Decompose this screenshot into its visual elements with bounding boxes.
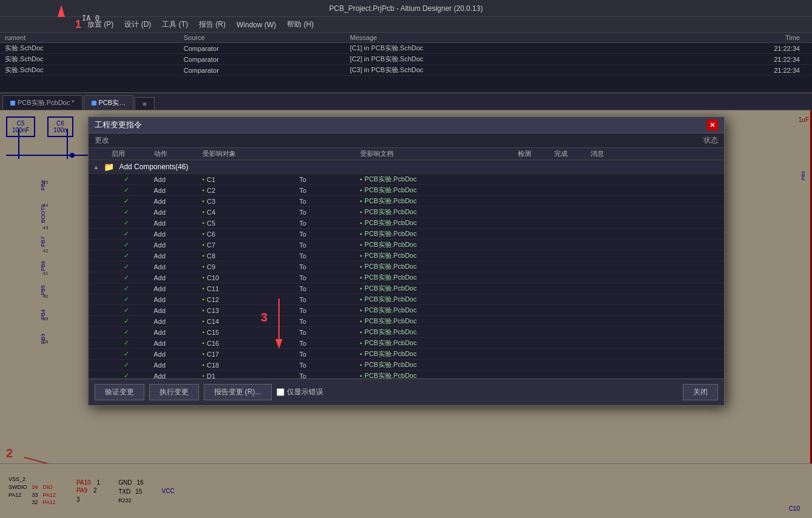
row-checkbox[interactable]: ✓ [112, 263, 142, 271]
data-row: ✓ Add ▪C13 To ▪PCB实验.PcbDoc [89, 305, 724, 316]
only-errors-text: 仅显示错误 [287, 387, 323, 397]
row-component: ▪C5 [203, 220, 300, 227]
group-row: ▲ 📁 Add Components(46) [89, 160, 724, 174]
data-row: ✓ Add ▪C16 To ▪PCB实验.PcbDoc [89, 338, 724, 349]
row-checkbox[interactable]: ✓ [112, 219, 142, 227]
menu-item-report[interactable]: 报告 (R) [194, 18, 230, 31]
col-h-message: 消息 [591, 149, 639, 158]
row-to: To [300, 263, 348, 271]
data-row: ✓ Add ▪C9 To ▪PCB实验.PcbDoc [89, 261, 724, 272]
data-row: ✓ Add ▪D1 To ▪PCB实验.PcbDoc [89, 371, 724, 378]
row-checkbox[interactable]: ✓ [112, 361, 142, 369]
row-checkbox[interactable]: ✓ [112, 241, 142, 249]
msg-message: [C2] in PCB实验.SchDoc [345, 54, 653, 65]
row-checkbox[interactable]: ✓ [112, 284, 142, 292]
execute-btn[interactable]: 执行变更 [149, 384, 199, 400]
row-component: ▪C10 [203, 274, 300, 281]
modal-body[interactable]: ▲ 📁 Add Components(46) ✓ Add ▪C1 To ▪PCB… [89, 160, 724, 378]
msg-rument: 实验.SchDoc [0, 65, 179, 76]
only-errors-label[interactable]: 仅显示错误 [277, 387, 323, 397]
row-action: Add [154, 362, 178, 369]
data-row: ✓ Add ▪C14 To ▪PCB实验.PcbDoc [89, 316, 724, 327]
row-checkbox[interactable]: ✓ [112, 328, 142, 336]
tab-bar: PCB实验.PcbDoc * PCB实… ■ [0, 93, 812, 110]
data-row: ✓ Add ▪C2 To ▪PCB实验.PcbDoc [89, 185, 724, 196]
data-row: ✓ Add ▪C11 To ▪PCB实验.PcbDoc [89, 283, 724, 294]
modal-rows-container: ✓ Add ▪C1 To ▪PCB实验.PcbDoc ✓ Add ▪C2 To … [89, 174, 724, 378]
row-action: Add [154, 241, 178, 249]
row-action: Add [154, 318, 178, 325]
row-checkbox[interactable]: ✓ [112, 306, 142, 314]
data-row: ✓ Add ▪C3 To ▪PCB实验.PcbDoc [89, 196, 724, 207]
row-action: Add [154, 176, 178, 183]
row-checkbox[interactable]: ✓ [112, 339, 142, 347]
row-action: Add [154, 340, 178, 347]
row-checkbox[interactable]: ✓ [112, 208, 142, 216]
row-to: To [300, 198, 348, 205]
window-title: PCB_Project.PrjPcb - Altium Designer (20… [329, 4, 483, 13]
annotation-arrow-up [58, 5, 65, 17]
row-action: Add [154, 230, 178, 238]
row-to: To [300, 241, 348, 249]
row-component: ▪C1 [203, 176, 300, 183]
row-component: ▪C3 [203, 198, 300, 205]
modal-status-label: 状态 [703, 135, 718, 146]
col-h-enable: 启用 [112, 149, 142, 158]
group-label: Add Components(46) [119, 163, 188, 171]
row-checkbox[interactable]: ✓ [112, 274, 142, 281]
tab-pcbs[interactable]: PCB实… [84, 95, 134, 110]
row-checkbox[interactable]: ✓ [112, 197, 142, 205]
message-row: 实验.SchDoc Comparator [C3] in PCB实验.SchDo… [0, 65, 812, 76]
row-checkbox[interactable]: ✓ [112, 295, 142, 303]
row-checkbox[interactable]: ✓ [112, 317, 142, 325]
menu-item-help[interactable]: 帮助 (H) [282, 18, 318, 31]
data-row: ✓ Add ▪C18 To ▪PCB实验.PcbDoc [89, 360, 724, 371]
row-doc: ▪PCB实验.PcbDoc [360, 273, 518, 282]
row-checkbox[interactable]: ✓ [112, 252, 142, 260]
row-component: ▪C2 [203, 187, 300, 194]
row-doc: ▪PCB实验.PcbDoc [360, 284, 518, 293]
main-area: C5 100nF C6 100n PB8 BOOT0 PB7 PB6 PB5 P… [0, 110, 812, 518]
data-row: ✓ Add ▪C7 To ▪PCB实验.PcbDoc [89, 240, 724, 251]
tab-extra[interactable]: ■ [135, 97, 155, 110]
col-h-check: 检测 [518, 149, 554, 158]
validate-btn[interactable]: 验证变更 [95, 384, 144, 400]
row-checkbox[interactable]: ✓ [112, 175, 142, 183]
row-action: Add [154, 252, 178, 260]
group-expand-icon[interactable]: ▲ [93, 164, 99, 170]
msg-source: Comparator [179, 43, 345, 54]
modal-close-button[interactable]: ✕ [707, 119, 718, 130]
row-checkbox[interactable]: ✓ [112, 372, 142, 378]
row-to: To [300, 176, 348, 183]
modal-column-headers: 启用 动作 受影响对象 受影响文档 检测 完成 消息 [89, 148, 724, 160]
row-action: Add [154, 372, 178, 379]
row-doc: ▪PCB实验.PcbDoc [360, 371, 518, 378]
row-checkbox[interactable]: ✓ [112, 230, 142, 238]
row-component: ▪C4 [203, 209, 300, 216]
tab-pcbdoc[interactable]: PCB实验.PcbDoc * [2, 95, 82, 110]
menu-item-window[interactable]: Window (W) [232, 19, 281, 30]
row-action: Add [154, 329, 178, 336]
row-doc: ▪PCB实验.PcbDoc [360, 197, 518, 206]
row-to: To [300, 362, 348, 369]
row-action: Add [154, 220, 178, 227]
only-errors-checkbox[interactable] [277, 388, 284, 396]
row-checkbox[interactable]: ✓ [112, 350, 142, 358]
menu-item-tools[interactable]: 工具 (T) [157, 18, 193, 31]
report-btn[interactable]: 报告变更 (R)... [204, 384, 272, 400]
row-checkbox[interactable]: ✓ [112, 186, 142, 194]
msg-message: [C3] in PCB实验.SchDoc [345, 65, 653, 76]
row-doc: ▪PCB实验.PcbDoc [360, 328, 518, 337]
close-btn[interactable]: 关闭 [683, 384, 718, 400]
data-row: ✓ Add ▪C1 To ▪PCB实验.PcbDoc [89, 174, 724, 185]
title-bar: PCB_Project.PrjPcb - Altium Designer (20… [0, 0, 812, 17]
col-source: Source [179, 33, 345, 43]
row-to: To [300, 274, 348, 281]
msg-time: 21:22:34 [653, 65, 812, 76]
msg-time: 21:22:34 [653, 43, 812, 54]
col-h-expand [93, 149, 112, 158]
msg-rument: 实验.SchDoc [0, 54, 179, 65]
menu-item-design[interactable]: 设计 (D) [119, 18, 156, 31]
row-to: To [300, 372, 348, 379]
messages-table: rument Source Message Time 实验.SchDoc Com… [0, 33, 812, 76]
